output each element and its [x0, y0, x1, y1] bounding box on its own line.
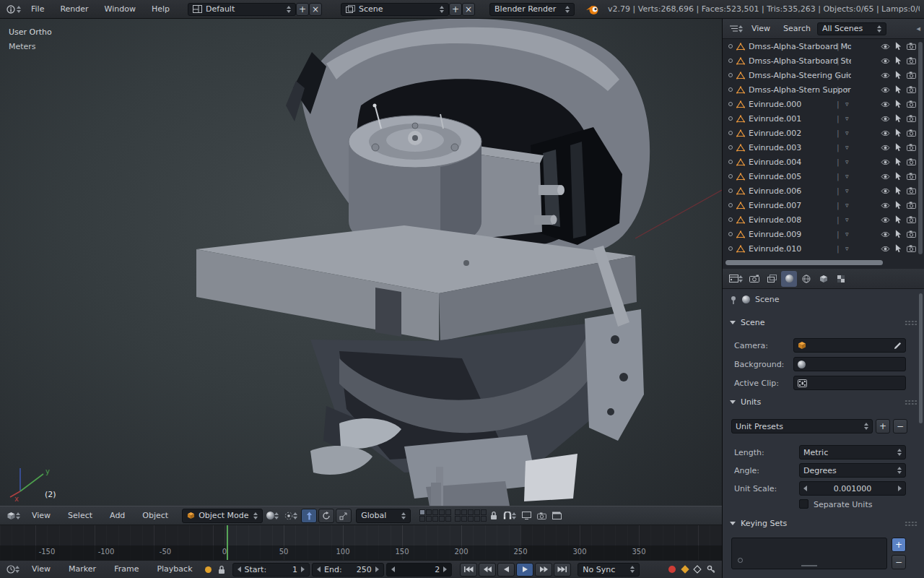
screen-layout-selector[interactable]: Default: [188, 3, 296, 16]
renderability-camera-icon[interactable]: [907, 43, 916, 50]
manipulator-translate-button[interactable]: [301, 509, 317, 523]
outliner-row[interactable]: Evinrude.003 | ▿: [723, 140, 924, 155]
properties-scrollbar[interactable]: [919, 293, 923, 423]
tab-world[interactable]: [798, 271, 814, 287]
renderability-camera-icon[interactable]: [907, 72, 916, 79]
object-name[interactable]: Dmss-Alpha-Steering Guide: [749, 71, 851, 80]
object-name[interactable]: Evinrude.005: [749, 172, 801, 181]
tab-texture[interactable]: [833, 271, 849, 287]
decrement-arrow-icon[interactable]: [391, 566, 395, 572]
remove-preset-button[interactable]: −: [893, 419, 907, 434]
mesh-data-icon[interactable]: ▿: [845, 187, 849, 194]
keyingset-lock-button[interactable]: [216, 562, 227, 577]
selectability-cursor-icon[interactable]: [895, 244, 902, 253]
tab-object[interactable]: [816, 271, 832, 287]
decrement-arrow-icon[interactable]: [317, 566, 321, 572]
menu-file[interactable]: File: [23, 0, 52, 19]
layer-cell[interactable]: [461, 516, 467, 522]
timeline-editor[interactable]: -150-100-50050100150200250300350: [0, 525, 722, 560]
mesh-data-icon[interactable]: ▿: [845, 144, 849, 151]
outliner-row[interactable]: Evinrude.005 | ▿: [723, 169, 924, 184]
layers-widget[interactable]: [419, 509, 487, 522]
mesh-data-icon[interactable]: ▿: [845, 43, 849, 50]
increment-arrow-icon[interactable]: [375, 566, 379, 572]
play-button[interactable]: [516, 563, 533, 577]
mesh-data-icon[interactable]: ▿: [845, 86, 849, 93]
menu-window[interactable]: Window: [97, 0, 144, 19]
outliner-row[interactable]: Evinrude.009 | ▿: [723, 227, 924, 241]
keying-sets-list[interactable]: [731, 538, 887, 569]
timeline-editor-type-button[interactable]: [4, 562, 22, 577]
visibility-eye-icon[interactable]: [881, 246, 890, 252]
selectability-cursor-icon[interactable]: [895, 230, 902, 238]
disclosure-icon[interactable]: [728, 44, 733, 48]
renderability-camera-icon[interactable]: [907, 57, 916, 64]
object-name[interactable]: Dmss-Alpha-Stern Support: [749, 85, 851, 95]
selectability-cursor-icon[interactable]: [895, 100, 902, 108]
camera-field[interactable]: [793, 338, 906, 353]
outliner-horizontal-scrollbar[interactable]: [725, 260, 883, 265]
visibility-eye-icon[interactable]: [881, 159, 890, 165]
tab-scene[interactable]: [781, 271, 797, 287]
selectability-cursor-icon[interactable]: [895, 114, 902, 123]
outliner-row[interactable]: Evinrude.007 | ▿: [723, 198, 924, 212]
menu-help[interactable]: Help: [144, 0, 178, 19]
manipulator-rotate-button[interactable]: [318, 509, 334, 523]
disclosure-icon[interactable]: [728, 232, 733, 236]
object-name[interactable]: Evinrude.008: [749, 215, 801, 225]
renderability-camera-icon[interactable]: [907, 158, 916, 165]
add-layout-button[interactable]: +: [296, 3, 309, 16]
play-reverse-button[interactable]: [497, 563, 515, 577]
outliner-filter-dropdown[interactable]: All Scenes: [817, 22, 886, 35]
layer-cell[interactable]: [432, 509, 438, 515]
tab-render-layers[interactable]: [764, 271, 780, 287]
increment-arrow-icon[interactable]: [443, 566, 447, 572]
delete-keyframe-button[interactable]: [692, 562, 702, 577]
layer-cell[interactable]: [455, 509, 461, 515]
snap-toggle-button[interactable]: [501, 509, 518, 523]
frame-start-field[interactable]: Start: 1: [232, 563, 310, 577]
decrement-arrow-icon[interactable]: [803, 486, 807, 491]
layer-cell[interactable]: [419, 516, 425, 522]
renderability-camera-icon[interactable]: [907, 100, 916, 108]
layer-cell[interactable]: [439, 509, 445, 515]
section-keying-sets[interactable]: Keying Sets: [730, 519, 918, 528]
visibility-eye-icon[interactable]: [881, 188, 890, 194]
disclosure-icon[interactable]: [728, 73, 733, 77]
disclosure-icon[interactable]: [728, 246, 733, 251]
object-name[interactable]: Evinrude.006: [749, 186, 801, 196]
current-frame-playhead[interactable]: [227, 525, 228, 560]
outliner-row[interactable]: Evinrude.008 | ▿: [723, 212, 924, 227]
view3d-menu-object[interactable]: Object: [134, 506, 176, 525]
add-preset-button[interactable]: +: [876, 419, 890, 434]
scene-selector[interactable]: Scene: [341, 3, 449, 16]
layer-cell[interactable]: [419, 509, 425, 515]
mesh-data-icon[interactable]: ▿: [845, 158, 849, 165]
disclosure-icon[interactable]: [728, 59, 733, 63]
object-name[interactable]: Evinrude.000: [749, 100, 801, 109]
mesh-data-icon[interactable]: ▿: [845, 129, 849, 137]
renderability-camera-icon[interactable]: [907, 86, 916, 93]
mode-selector[interactable]: Object Mode: [182, 509, 263, 523]
visibility-eye-icon[interactable]: [881, 87, 890, 93]
insert-keyframe-button[interactable]: [680, 562, 690, 577]
outliner-row[interactable]: Evinrude.002 | ▿: [723, 126, 924, 140]
timeline-menu-view[interactable]: View: [24, 560, 58, 578]
renderability-camera-icon[interactable]: [907, 216, 916, 223]
increment-arrow-icon[interactable]: [898, 486, 902, 491]
object-name[interactable]: Evinrude.010: [749, 244, 801, 254]
active-clip-field[interactable]: [793, 376, 906, 390]
disclosure-icon[interactable]: [728, 217, 733, 222]
render-opengl-image-button[interactable]: [535, 509, 549, 523]
tab-render[interactable]: [746, 271, 762, 287]
render-border-button[interactable]: [520, 509, 533, 523]
selectability-cursor-icon[interactable]: [895, 201, 902, 210]
outliner-vertical-scrollbar[interactable]: [918, 42, 923, 254]
next-keyframe-button[interactable]: [535, 563, 552, 577]
pin-icon[interactable]: [730, 296, 737, 304]
visibility-eye-icon[interactable]: [881, 101, 890, 108]
mesh-data-icon[interactable]: ▿: [845, 202, 849, 209]
panel-grip[interactable]: [905, 400, 918, 405]
sync-mode-selector[interactable]: No Sync: [578, 563, 640, 577]
pivot-point-selector[interactable]: [282, 509, 300, 523]
